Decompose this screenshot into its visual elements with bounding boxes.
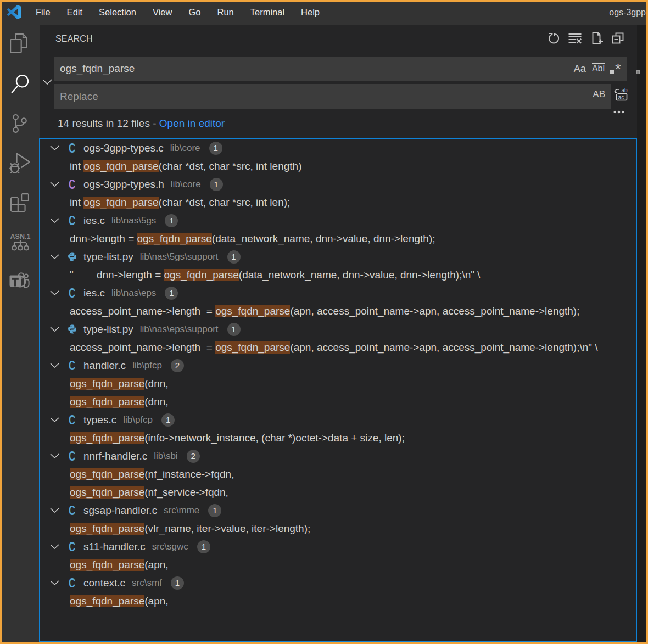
svg-text:ac: ac (618, 94, 624, 100)
svg-text:ASN.1: ASN.1 (10, 233, 31, 240)
svg-text:ab: ab (622, 87, 628, 93)
svg-text:*: * (615, 61, 621, 76)
